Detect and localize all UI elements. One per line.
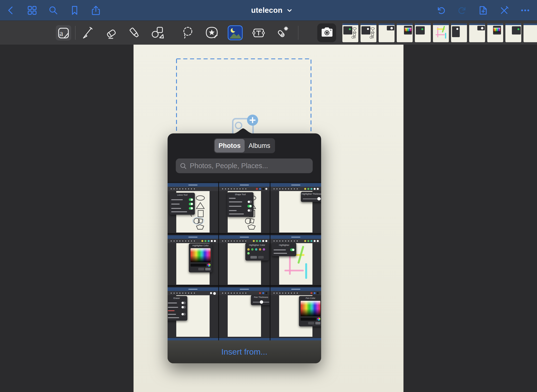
mini-color-dots [247,248,267,251]
mini-tool-icons [273,240,299,242]
more-button[interactable] [520,5,531,16]
mini-navbar [168,287,218,291]
thumb-navbar [433,23,449,25]
chevron-down-icon [286,7,293,14]
add-page-icon [478,5,488,16]
search-button[interactable] [48,5,59,16]
shapes-icon [151,26,165,40]
end-editing-button[interactable] [499,5,510,16]
photo-thumbnail[interactable]: Pen Color [270,286,321,337]
image-tool[interactable] [223,21,247,45]
add-image-plus-badge [247,115,258,126]
toolbar-separator [298,26,298,40]
mini-popover-title: Eraser [168,297,187,300]
sticker-star-icon [205,26,219,40]
document-title-button[interactable]: utelecon [251,0,293,21]
bookmark-button[interactable] [69,5,80,16]
mini-popover-title: Highlighter [272,244,296,247]
camera-button[interactable] [317,23,336,42]
camera-icon [320,27,334,39]
lasso-tool[interactable] [177,21,200,45]
photos-search-field[interactable] [176,158,313,173]
eraser-tool[interactable] [99,21,122,45]
page-thumbnail[interactable] [433,23,449,42]
mini-navbar [219,287,270,291]
photos-popover: Photos Albums [168,133,321,363]
thumb-navbar [342,23,358,25]
mini-popover: Eraser [168,296,187,321]
photo-thumbnail[interactable]: Lasso Tool [168,182,218,233]
mini-popover: Highlighter Color [245,243,269,261]
page-thumbnail[interactable] [469,23,485,42]
search-input[interactable] [190,162,309,170]
add-page-button[interactable] [478,5,489,16]
partial-thumbnail[interactable] [168,337,218,340]
thumb-navbar [451,23,467,25]
mini-popover-title: Highlighter Color [245,244,269,247]
mini-navbar [270,235,321,239]
mini-popover-title: Highlighter Color [189,244,212,247]
page-thumbnail[interactable] [487,23,503,42]
document-title: utelecon [251,6,283,15]
mini-popover: Lasso Tool [170,193,195,215]
undo-button[interactable] [436,5,447,16]
tab-albums[interactable]: Albums [245,139,275,152]
laser-pointer-tool[interactable] [270,21,294,45]
mini-popover: Highlighter Color [189,243,212,272]
photo-thumbnail[interactable]: Highlighter Color [168,234,218,285]
photo-thumbnail[interactable]: Highlighter [270,234,321,285]
photo-thumbnail[interactable]: Highlighter Thickness [270,182,321,233]
edit-toolbar: a [0,21,537,45]
pages-overview-button[interactable] [27,5,38,16]
popover-footer: Insert from... [168,340,321,363]
share-icon [91,5,101,16]
page-thumbnail[interactable] [379,23,395,42]
mini-color-icons [304,240,319,242]
highlighter-icon [127,26,141,40]
svg-text:a: a [59,29,63,38]
thumb-menu-overlay [452,26,460,37]
photo-thumbnail[interactable]: Eraser [168,286,218,337]
thumb-navbar [397,23,413,25]
navigation-bar: utelecon [0,0,537,21]
mini-navbar [168,183,218,187]
page-thumbnail[interactable] [397,23,413,42]
page-thumbnail[interactable] [505,23,521,42]
shapes-tool[interactable] [146,21,169,45]
thumb-slider-overlay [387,26,394,30]
mini-popover-title: Highlighter Thickness [301,193,321,196]
pen-icon [80,26,94,40]
thumb-slider-overlay [477,26,485,30]
photo-thumbnail[interactable]: Highlighter Color [219,234,270,285]
partial-thumbnail[interactable] [219,337,270,340]
photo-thumbnail[interactable]: Shape Tool [219,182,270,233]
convert-handwriting-tool[interactable]: a [52,21,75,45]
search-icon [180,162,187,170]
tab-photos[interactable]: Photos [215,139,245,152]
stickers-tool[interactable] [200,21,223,45]
highlighter-tool[interactable] [122,21,146,45]
photo-grid-partial-row [168,337,321,340]
mini-popover-title: Lasso Tool [170,193,195,197]
redo-button[interactable] [457,5,468,16]
page-thumbnail[interactable] [342,23,358,42]
partial-thumbnail[interactable] [270,337,321,340]
insert-from-button[interactable]: Insert from... [221,347,268,357]
mini-popover: Highlighter Thickness [301,192,321,202]
back-button[interactable] [5,5,16,16]
redo-icon [457,5,467,16]
photo-thumbnail[interactable]: Pen Thickness [219,286,270,337]
pages-grid-icon [27,5,37,16]
pen-tool[interactable] [76,21,99,45]
page-thumbnail[interactable] [451,23,467,42]
laser-pointer-icon [275,26,289,40]
share-button[interactable] [90,5,101,16]
plus-icon [249,117,256,123]
page-thumbnail[interactable] [360,23,376,42]
page-thumbnail[interactable] [415,23,431,42]
page-thumbnail[interactable] [523,23,537,42]
navbar-right-group [436,0,537,21]
text-tool[interactable] [247,21,270,45]
mini-navbar [168,235,218,239]
page-thumbnail-strip [342,23,537,42]
